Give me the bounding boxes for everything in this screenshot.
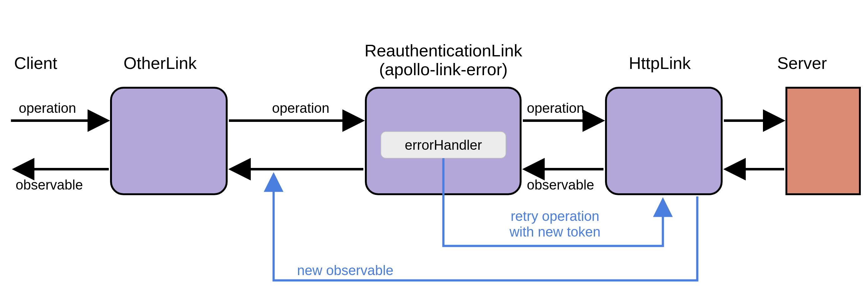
label-op1: operation [19, 100, 76, 116]
otherlink-title: OtherLink [124, 54, 197, 72]
server-title: Server [777, 54, 827, 72]
apollo-link-diagram: Client OtherLink ReauthenticationLink (a… [0, 0, 868, 297]
label-new-obs: new observable [297, 263, 393, 278]
label-retry-1: retry operation [510, 208, 599, 224]
server-box [786, 88, 860, 194]
label-retry-2: with new token [509, 224, 600, 239]
label-obs3: observable [527, 177, 594, 192]
error-handler-label: errorHandler [405, 137, 482, 153]
label-op2: operation [272, 100, 329, 116]
httplink-box [606, 88, 722, 194]
label-obs1: observable [16, 177, 83, 192]
reauth-title-1: ReauthenticationLink [365, 41, 523, 60]
httplink-title: HttpLink [629, 54, 691, 72]
otherlink-box [111, 88, 227, 194]
label-op3: operation [527, 100, 584, 116]
client-title: Client [14, 54, 57, 72]
reauth-title-2: (apollo-link-error) [379, 60, 507, 79]
